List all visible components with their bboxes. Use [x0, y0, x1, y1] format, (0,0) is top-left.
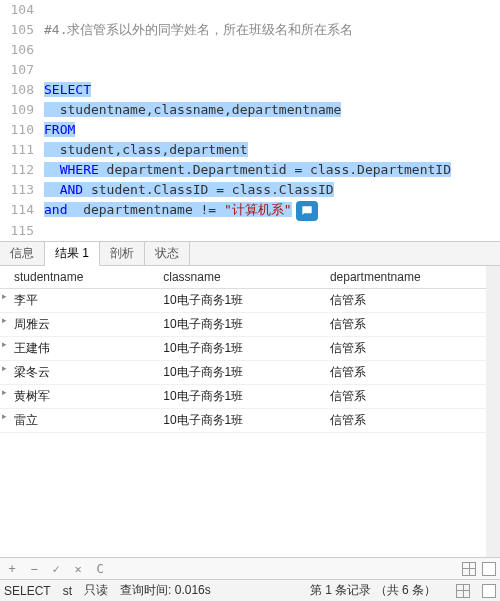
line-number: 104 [0, 0, 44, 20]
code-content[interactable]: SELECT [44, 80, 500, 100]
tab-剖析[interactable]: 剖析 [100, 242, 145, 265]
code-line[interactable]: 106 [0, 40, 500, 60]
grid-view-status-icon[interactable] [456, 584, 470, 598]
list-view-status-icon[interactable] [482, 584, 496, 598]
column-header[interactable]: classname [149, 266, 316, 289]
line-number: 114 [0, 200, 44, 220]
code-line[interactable]: 108SELECT [0, 80, 500, 100]
status-time-value: 0.016s [175, 583, 211, 597]
table-cell[interactable]: 雷立 [0, 408, 149, 432]
code-line[interactable]: 109 studentname,classname,departmentname [0, 100, 500, 120]
results-panel: studentnameclassnamedepartmentname 李平10电… [0, 266, 500, 558]
table-cell[interactable]: 10电子商务1班 [149, 312, 316, 336]
status-time: 查询时间: 0.016s [120, 582, 211, 599]
line-number: 115 [0, 221, 44, 241]
table-cell[interactable]: 周雅云 [0, 312, 149, 336]
column-header[interactable]: studentname [0, 266, 149, 289]
table-cell[interactable]: 梁冬云 [0, 360, 149, 384]
code-content[interactable]: #4.求信管系以外的同学姓名，所在班级名和所在系名 [44, 20, 500, 40]
sql-editor[interactable]: 104105#4.求信管系以外的同学姓名，所在班级名和所在系名106107108… [0, 0, 500, 242]
scrollbar-vertical[interactable] [486, 266, 500, 558]
line-number: 105 [0, 20, 44, 40]
table-row[interactable]: 雷立10电子商务1班信管系 [0, 408, 500, 432]
status-record-count: 第 1 条记录 （共 6 条） [310, 582, 436, 599]
table-cell[interactable]: 信管系 [316, 288, 500, 312]
table-cell[interactable]: 王建伟 [0, 336, 149, 360]
line-number: 107 [0, 60, 44, 80]
table-row[interactable]: 李平10电子商务1班信管系 [0, 288, 500, 312]
status-query-type: SELECT [4, 584, 51, 598]
grid-view-icon[interactable] [462, 562, 476, 576]
status-mode-short: st [63, 584, 72, 598]
code-line[interactable]: 104 [0, 0, 500, 20]
code-line[interactable]: 111 student,class,department [0, 140, 500, 160]
tab-状态[interactable]: 状态 [145, 242, 190, 265]
table-cell[interactable]: 信管系 [316, 360, 500, 384]
table-cell[interactable]: 10电子商务1班 [149, 384, 316, 408]
table-cell[interactable]: 10电子商务1班 [149, 288, 316, 312]
line-number: 110 [0, 120, 44, 140]
line-number: 108 [0, 80, 44, 100]
code-content[interactable]: studentname,classname,departmentname [44, 100, 500, 120]
code-line[interactable]: 114and departmentname != "计算机系" [0, 200, 500, 221]
code-content[interactable]: FROM [44, 120, 500, 140]
table-cell[interactable]: 10电子商务1班 [149, 360, 316, 384]
add-row-button[interactable]: + [4, 561, 20, 577]
line-number: 111 [0, 140, 44, 160]
table-cell[interactable]: 黄树军 [0, 384, 149, 408]
line-number: 109 [0, 100, 44, 120]
table-cell[interactable]: 信管系 [316, 384, 500, 408]
tab-信息[interactable]: 信息 [0, 242, 45, 265]
tab-结果 1[interactable]: 结果 1 [45, 242, 100, 266]
table-cell[interactable]: 信管系 [316, 408, 500, 432]
result-toolbar: + − ✓ ✕ C [0, 557, 500, 579]
code-content[interactable]: and departmentname != "计算机系" [44, 200, 500, 221]
line-number: 113 [0, 180, 44, 200]
table-cell[interactable]: 10电子商务1班 [149, 408, 316, 432]
table-row[interactable]: 周雅云10电子商务1班信管系 [0, 312, 500, 336]
code-line[interactable]: 113 AND student.ClassID = class.ClassID [0, 180, 500, 200]
result-tabs: 信息结果 1剖析状态 [0, 242, 500, 266]
line-number: 106 [0, 40, 44, 60]
status-bar: SELECT st 只读 查询时间: 0.016s 第 1 条记录 （共 6 条… [0, 579, 500, 601]
table-cell[interactable]: 李平 [0, 288, 149, 312]
delete-row-button[interactable]: − [26, 561, 42, 577]
table-row[interactable]: 梁冬云10电子商务1班信管系 [0, 360, 500, 384]
code-content[interactable]: AND student.ClassID = class.ClassID [44, 180, 500, 200]
code-line[interactable]: 105#4.求信管系以外的同学姓名，所在班级名和所在系名 [0, 20, 500, 40]
status-time-label: 查询时间: [120, 583, 171, 597]
form-view-icon[interactable] [482, 562, 496, 576]
code-line[interactable]: 112 WHERE department.Departmentid = clas… [0, 160, 500, 180]
code-line[interactable]: 115 [0, 221, 500, 241]
results-table[interactable]: studentnameclassnamedepartmentname 李平10电… [0, 266, 500, 433]
inline-chat-icon[interactable] [296, 201, 318, 221]
table-cell[interactable]: 信管系 [316, 336, 500, 360]
table-row[interactable]: 黄树军10电子商务1班信管系 [0, 384, 500, 408]
code-content[interactable]: WHERE department.Departmentid = class.De… [44, 160, 500, 180]
column-header[interactable]: departmentname [316, 266, 500, 289]
code-line[interactable]: 110FROM [0, 120, 500, 140]
cancel-button[interactable]: ✕ [70, 561, 86, 577]
table-row[interactable]: 王建伟10电子商务1班信管系 [0, 336, 500, 360]
code-content[interactable]: student,class,department [44, 140, 500, 160]
status-mode: 只读 [84, 582, 108, 599]
apply-button[interactable]: ✓ [48, 561, 64, 577]
refresh-button[interactable]: C [92, 561, 108, 577]
table-cell[interactable]: 信管系 [316, 312, 500, 336]
table-cell[interactable]: 10电子商务1班 [149, 336, 316, 360]
code-line[interactable]: 107 [0, 60, 500, 80]
line-number: 112 [0, 160, 44, 180]
